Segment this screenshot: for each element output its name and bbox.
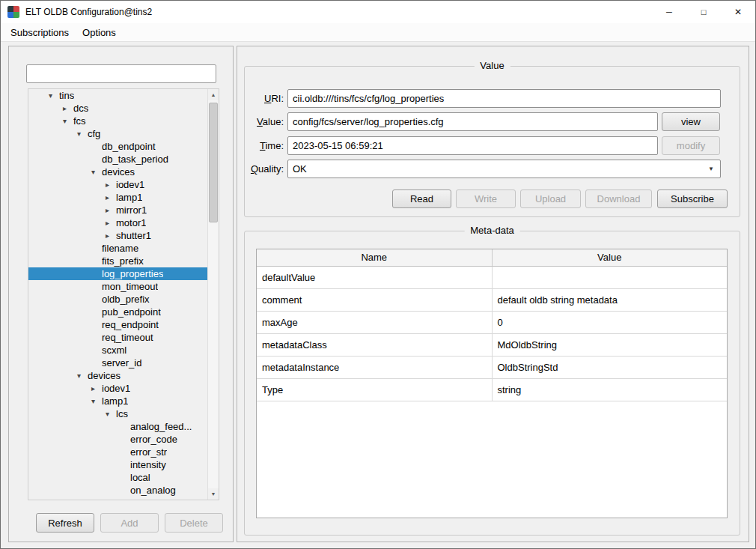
- expander-collapsed-icon[interactable]: ▸: [63, 102, 73, 115]
- view-button[interactable]: view: [662, 112, 720, 131]
- expander-collapsed-icon[interactable]: ▸: [91, 382, 102, 395]
- maximize-button[interactable]: □: [686, 1, 721, 23]
- tree-item-on_analog[interactable]: on_analog: [28, 484, 207, 497]
- tree-item-log_properties[interactable]: log_properties: [28, 267, 207, 280]
- menu-options[interactable]: Options: [76, 25, 123, 40]
- tree-item-req_timeout[interactable]: req_timeout: [28, 331, 207, 344]
- scrollbar-thumb[interactable]: [209, 103, 218, 222]
- upload-button[interactable]: Upload: [520, 189, 581, 208]
- tree-item-server_id[interactable]: server_id: [28, 357, 207, 369]
- expander-expanded-icon[interactable]: ▾: [91, 395, 102, 407]
- tree-scrollbar[interactable]: ▲ ▼: [207, 89, 219, 500]
- tree-item-dcs[interactable]: ▸dcs: [28, 102, 207, 115]
- tree-item-label: devices: [102, 166, 135, 178]
- tree-item-label: shutter1: [116, 229, 151, 242]
- tree-item-label: req_endpoint: [102, 318, 159, 331]
- scroll-up-icon[interactable]: ▲: [208, 89, 219, 100]
- expander-expanded-icon[interactable]: ▾: [63, 115, 73, 127]
- tree-item-tins[interactable]: ▾tins: [28, 89, 207, 102]
- tree-item-intensity[interactable]: intensity: [28, 458, 207, 471]
- table-row[interactable]: metadataClassMdOldbString: [257, 334, 727, 357]
- tree-item-cfg[interactable]: ▾cfg: [28, 127, 207, 140]
- tree-item-lcs[interactable]: ▾lcs: [28, 407, 207, 420]
- tree-rows: ▾tins▸dcs▾fcs▾cfgdb_endpointdb_task_peri…: [28, 89, 207, 500]
- table-row[interactable]: commentdefault oldb string metadata: [257, 289, 727, 312]
- tree-item-local[interactable]: local: [28, 471, 207, 484]
- expander-expanded-icon[interactable]: ▾: [49, 89, 59, 102]
- tree-item-scxml[interactable]: scxml: [28, 344, 207, 357]
- tree-item-shutter1[interactable]: ▸shutter1: [28, 229, 207, 242]
- expander-collapsed-icon[interactable]: ▸: [106, 216, 116, 229]
- header-name[interactable]: Name: [257, 249, 493, 266]
- expander-expanded-icon[interactable]: ▾: [91, 166, 102, 178]
- time-label: Time:: [244, 136, 284, 155]
- tree-item-label: tins: [59, 89, 74, 102]
- table-row[interactable]: maxAge0: [257, 312, 727, 334]
- tree-item-filename[interactable]: filename: [28, 242, 207, 255]
- delete-button[interactable]: Delete: [165, 513, 223, 533]
- download-button[interactable]: Download: [585, 189, 652, 208]
- chevron-down-icon: ▼: [708, 160, 714, 178]
- tree-item-label: on_analog: [130, 484, 176, 497]
- tree-item-label: on_digital: [130, 497, 172, 500]
- tree-item-motor1[interactable]: ▸motor1: [28, 216, 207, 229]
- tree-item-devices[interactable]: ▾devices: [28, 369, 207, 382]
- title-bar: ELT OLDB Configuration@tins2 ─ □ ✕: [1, 1, 755, 23]
- tree-item-iodev1[interactable]: ▸iodev1: [28, 382, 207, 395]
- tree-item-mirror1[interactable]: ▸mirror1: [28, 204, 207, 216]
- tree-item-db_endpoint[interactable]: db_endpoint: [28, 140, 207, 153]
- close-button[interactable]: ✕: [721, 1, 755, 23]
- uri-input[interactable]: [287, 89, 721, 108]
- add-button[interactable]: Add: [100, 513, 159, 533]
- tree-item-lamp1[interactable]: ▸lamp1: [28, 191, 207, 204]
- value-label: Value:: [244, 112, 284, 131]
- refresh-button[interactable]: Refresh: [36, 513, 94, 533]
- table-row[interactable]: defaultValue: [257, 267, 727, 289]
- expander-expanded-icon[interactable]: ▾: [77, 127, 88, 140]
- scroll-down-icon[interactable]: ▼: [208, 488, 219, 500]
- tree-item-analog_feed...[interactable]: analog_feed...: [28, 420, 207, 433]
- tree-item-label: server_id: [102, 357, 141, 369]
- menu-subscriptions[interactable]: Subscriptions: [4, 25, 76, 40]
- value-input[interactable]: [287, 112, 658, 131]
- table-row[interactable]: metadataInstanceOldbStringStd: [257, 357, 727, 379]
- filter-input[interactable]: [26, 64, 216, 83]
- expander-collapsed-icon[interactable]: ▸: [106, 191, 116, 204]
- tree-item-label: local: [130, 471, 150, 484]
- expander-collapsed-icon[interactable]: ▸: [106, 204, 116, 216]
- tree-item-lamp1[interactable]: ▾lamp1: [28, 395, 207, 407]
- uri-label: URI:: [244, 89, 284, 108]
- tree-item-label: lamp1: [116, 191, 142, 204]
- tree-item-pub_endpoint[interactable]: pub_endpoint: [28, 306, 207, 318]
- subscribe-button[interactable]: Subscribe: [657, 189, 728, 208]
- table-row[interactable]: Typestring: [257, 379, 727, 401]
- tree-item-on_digital[interactable]: on_digital: [28, 497, 207, 500]
- window-title: ELT OLDB Configuration@tins2: [25, 7, 152, 17]
- read-button[interactable]: Read: [392, 189, 451, 208]
- tree-item-mon_timeout[interactable]: mon_timeout: [28, 280, 207, 293]
- tree-item-iodev1[interactable]: ▸iodev1: [28, 178, 207, 191]
- expander-expanded-icon[interactable]: ▾: [106, 407, 116, 420]
- meta-value-cell: OldbStringStd: [493, 357, 728, 378]
- expander-collapsed-icon[interactable]: ▸: [106, 178, 116, 191]
- tree-item-error_str[interactable]: error_str: [28, 446, 207, 458]
- tree-item-label: scxml: [102, 344, 126, 357]
- tree-item-req_endpoint[interactable]: req_endpoint: [28, 318, 207, 331]
- tree-item-fcs[interactable]: ▾fcs: [28, 115, 207, 127]
- expander-collapsed-icon[interactable]: ▸: [106, 229, 116, 242]
- minimize-button[interactable]: ─: [652, 1, 686, 23]
- header-value[interactable]: Value: [493, 249, 728, 266]
- modify-button[interactable]: modify: [662, 136, 720, 155]
- tree-item-error_code[interactable]: error_code: [28, 433, 207, 446]
- tree-item-label: log_properties: [102, 267, 163, 280]
- expander-expanded-icon[interactable]: ▾: [77, 369, 88, 382]
- tree-action-buttons: Refresh Add Delete: [9, 513, 233, 534]
- tree-item-oldb_prefix[interactable]: oldb_prefix: [28, 293, 207, 306]
- tree-item-devices[interactable]: ▾devices: [28, 166, 207, 178]
- detail-panel: Value URI: Value: view Time: modify Qual…: [237, 46, 749, 542]
- time-input[interactable]: [287, 136, 658, 155]
- tree-item-fits_prefix[interactable]: fits_prefix: [28, 255, 207, 267]
- quality-select[interactable]: OK ▼: [287, 160, 721, 178]
- write-button[interactable]: Write: [456, 189, 516, 208]
- tree-item-db_task_period[interactable]: db_task_period: [28, 153, 207, 166]
